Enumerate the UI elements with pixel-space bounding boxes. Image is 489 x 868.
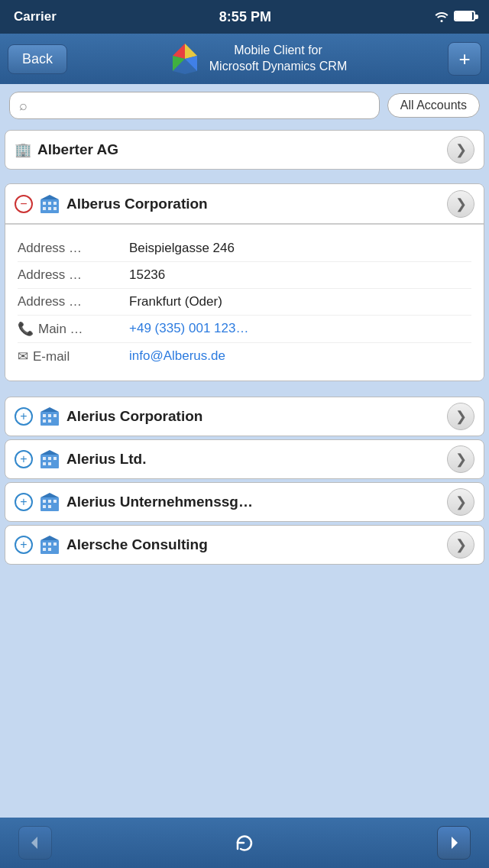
detail-row-address1: Address … Beispielgasse 246 bbox=[18, 235, 471, 262]
company-icon-3 bbox=[39, 534, 60, 555]
svg-rect-37 bbox=[53, 542, 57, 546]
search-input-wrap: ⌕ bbox=[9, 92, 380, 119]
refresh-button[interactable] bbox=[228, 826, 261, 860]
svg-rect-13 bbox=[40, 412, 59, 426]
expanded-account-name: Alberus Corporation bbox=[66, 196, 447, 212]
search-icon: ⌕ bbox=[19, 98, 28, 114]
svg-rect-35 bbox=[43, 542, 46, 546]
svg-rect-17 bbox=[43, 419, 46, 423]
forward-nav-button[interactable] bbox=[437, 826, 471, 860]
svg-marker-42 bbox=[452, 837, 458, 849]
detail-label-phone: 📞 Main … bbox=[18, 321, 117, 337]
bottom-bar bbox=[0, 818, 489, 868]
nav-title: Mobile Client for Microsoft Dynamics CRM bbox=[168, 42, 347, 76]
svg-rect-14 bbox=[43, 414, 46, 417]
detail-value-address2: 15236 bbox=[129, 267, 471, 283]
list-item-name-3: Alersche Consulting bbox=[66, 536, 447, 553]
company-icon-0 bbox=[39, 406, 60, 427]
svg-marker-41 bbox=[31, 837, 37, 849]
all-accounts-button[interactable]: All Accounts bbox=[387, 93, 480, 118]
svg-rect-11 bbox=[53, 207, 57, 210]
svg-marker-19 bbox=[40, 407, 59, 412]
detail-value-phone[interactable]: +49 (335) 001 123… bbox=[129, 321, 471, 336]
collapse-icon[interactable]: − bbox=[15, 195, 33, 213]
svg-rect-20 bbox=[40, 455, 59, 468]
svg-rect-24 bbox=[43, 462, 46, 465]
detail-row-address2: Address … 15236 bbox=[18, 262, 471, 289]
detail-label-address1: Address … bbox=[18, 241, 117, 256]
back-nav-button[interactable] bbox=[18, 826, 52, 860]
time-label: 8:55 PM bbox=[219, 9, 271, 25]
partial-account-name: Alberter AG bbox=[37, 141, 447, 158]
status-icons bbox=[434, 10, 475, 24]
list-item-name-2: Alerius Unternehmenssg… bbox=[66, 494, 447, 510]
list-item-chevron-2[interactable]: ❯ bbox=[447, 488, 474, 516]
svg-rect-38 bbox=[43, 548, 46, 551]
nav-bar: Back Mobile Client for Microsoft Dynamic… bbox=[0, 34, 489, 84]
svg-rect-29 bbox=[48, 500, 51, 503]
list-item-chevron-1[interactable]: ❯ bbox=[447, 445, 474, 473]
add-button[interactable]: + bbox=[448, 42, 481, 76]
svg-rect-39 bbox=[48, 548, 51, 551]
status-bar: Carrier 8:55 PM bbox=[0, 0, 489, 34]
expanded-account-chevron[interactable]: ❯ bbox=[447, 190, 474, 218]
list-item-name-1: Alerius Ltd. bbox=[66, 451, 447, 468]
detail-row-email: ✉ E-mail info@Alberus.de bbox=[18, 343, 471, 370]
svg-rect-23 bbox=[53, 457, 57, 460]
carrier-label: Carrier bbox=[14, 9, 57, 24]
svg-rect-27 bbox=[40, 497, 59, 511]
search-input[interactable] bbox=[32, 99, 370, 112]
list-item-3: + Alersche Consulting ❯ bbox=[5, 525, 484, 565]
phone-icon: 📞 bbox=[18, 321, 34, 337]
back-button[interactable]: Back bbox=[8, 44, 67, 74]
search-bar: ⌕ All Accounts bbox=[0, 84, 489, 127]
detail-row-phone: 📞 Main … +49 (335) 001 123… bbox=[18, 316, 471, 343]
svg-rect-8 bbox=[53, 202, 57, 205]
svg-rect-10 bbox=[48, 207, 51, 210]
list-item-2: + Alerius Unternehmenssg… ❯ bbox=[5, 482, 484, 522]
svg-rect-31 bbox=[43, 505, 46, 508]
svg-rect-22 bbox=[48, 457, 51, 460]
expanded-account-header: − Alberus Corporation ❯ bbox=[5, 184, 484, 224]
list-item-chevron-0[interactable]: ❯ bbox=[447, 403, 474, 430]
battery-icon bbox=[454, 11, 475, 24]
detail-value-address3: Frankfurt (Oder) bbox=[129, 294, 471, 309]
svg-rect-18 bbox=[48, 419, 51, 423]
detail-label-address2: Address … bbox=[18, 267, 117, 283]
list-item-chevron-3[interactable]: ❯ bbox=[447, 531, 474, 559]
nav-title-text: Mobile Client for Microsoft Dynamics CRM bbox=[209, 43, 347, 75]
svg-rect-21 bbox=[43, 457, 46, 460]
detail-label-address3: Address … bbox=[18, 294, 117, 309]
svg-rect-9 bbox=[43, 207, 46, 210]
svg-rect-32 bbox=[48, 505, 51, 508]
list-item-name-0: Alerius Corporation bbox=[66, 408, 447, 425]
svg-marker-26 bbox=[40, 450, 59, 455]
svg-rect-6 bbox=[43, 202, 46, 205]
partial-chevron-button[interactable]: ❯ bbox=[447, 136, 474, 164]
detail-label-email: ✉ E-mail bbox=[18, 348, 117, 364]
svg-rect-5 bbox=[40, 199, 59, 213]
list-item-1: + Alerius Ltd. ❯ bbox=[5, 439, 484, 479]
expand-icon-1[interactable]: + bbox=[15, 450, 33, 468]
detail-value-email[interactable]: info@Alberus.de bbox=[129, 348, 471, 364]
svg-rect-15 bbox=[48, 414, 51, 417]
svg-rect-36 bbox=[48, 542, 51, 546]
expand-icon-0[interactable]: + bbox=[15, 407, 33, 426]
svg-rect-28 bbox=[43, 500, 46, 503]
content-area: 🏢 Alberter AG ❯ − Alberus Corporation ❯ … bbox=[0, 127, 489, 621]
svg-marker-12 bbox=[40, 195, 59, 199]
company-building-icon bbox=[39, 193, 60, 215]
company-icon-2 bbox=[39, 491, 60, 513]
svg-rect-7 bbox=[48, 202, 51, 205]
svg-rect-30 bbox=[53, 500, 57, 503]
expand-icon-2[interactable]: + bbox=[15, 493, 33, 511]
svg-marker-40 bbox=[40, 536, 59, 540]
account-details-panel: Address … Beispielgasse 246 Address … 15… bbox=[5, 224, 484, 381]
wifi-icon bbox=[434, 10, 449, 24]
crm-logo bbox=[168, 42, 202, 76]
partial-account-item: 🏢 Alberter AG ❯ bbox=[5, 130, 484, 170]
svg-marker-33 bbox=[40, 493, 59, 497]
svg-rect-16 bbox=[53, 414, 57, 417]
list-item-0: + Alerius Corporation ❯ bbox=[5, 397, 484, 436]
expand-icon-3[interactable]: + bbox=[15, 536, 33, 554]
